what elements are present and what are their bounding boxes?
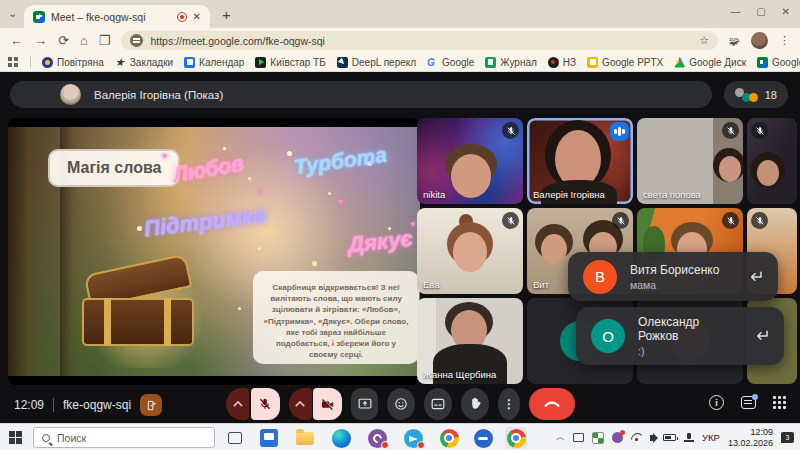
- join-notification[interactable]: O Олександр Рожков :): [576, 307, 784, 365]
- edge-button[interactable]: [330, 427, 352, 449]
- participants-pill[interactable]: 18: [724, 81, 788, 108]
- bookmark-zhurnal[interactable]: Журнал: [485, 57, 537, 68]
- call-controls: ⋮: [226, 388, 575, 420]
- slide-word-turbota: Турбота: [293, 143, 388, 180]
- notification-badge: [381, 441, 389, 449]
- slide-body-text: Скарбниця відкривається! З неї вилітають…: [253, 271, 419, 364]
- reactions-button[interactable]: [387, 388, 415, 420]
- tray-app-icon[interactable]: [592, 432, 604, 444]
- viber-button[interactable]: [366, 427, 388, 449]
- site-permissions-icon[interactable]: [130, 34, 143, 47]
- bookmark-deepl[interactable]: DeepL перекл: [337, 57, 416, 68]
- video-tile-zhanna[interactable]: Жанна Щербина: [417, 298, 523, 384]
- taskbar-app-circle[interactable]: [472, 427, 494, 449]
- bookmark-kyivstar-tb[interactable]: Київстар ТБ: [255, 57, 325, 68]
- slide-word-dyakuie: Дякує: [347, 226, 414, 259]
- tile-name: Жанна Щербина: [423, 369, 496, 380]
- bookmark-calendar[interactable]: Календар: [184, 57, 244, 68]
- forward-icon[interactable]: →: [34, 33, 47, 48]
- url-bar[interactable]: https://meet.google.com/fke-oqgw-sqi ☆: [121, 31, 718, 50]
- browser-tab[interactable]: Meet – fke-oqgw-sqi ✕: [24, 5, 210, 28]
- camera-options-chevron[interactable]: [289, 388, 312, 420]
- wifi-icon[interactable]: [631, 433, 642, 442]
- reload-icon[interactable]: ⟳: [58, 33, 69, 48]
- activities-button[interactable]: [773, 396, 786, 409]
- chrome-active-button[interactable]: [505, 427, 527, 449]
- taskbar-clock[interactable]: 12:09 13.02.2026: [728, 427, 773, 449]
- end-call-button[interactable]: [529, 388, 575, 420]
- meeting-code: fke-oqgw-sqi: [63, 398, 131, 412]
- bookmark-povitryana[interactable]: Повітряна: [42, 57, 104, 68]
- tab-search-chevron-icon[interactable]: ⌄: [8, 7, 17, 20]
- mic-off-icon: [502, 212, 519, 229]
- reply-arrow-icon[interactable]: [747, 270, 763, 284]
- apps-grid-icon[interactable]: [8, 57, 19, 68]
- heart-decor: ♥: [410, 219, 415, 229]
- bookmark-google[interactable]: GGoogle: [427, 57, 474, 68]
- chest-band: [104, 298, 111, 346]
- chrome-button[interactable]: [438, 427, 460, 449]
- bookmark-google-pptx[interactable]: Google PPTX: [587, 57, 663, 68]
- action-center-icon[interactable]: 3: [781, 432, 794, 443]
- divider: [53, 398, 54, 412]
- browser-menu-icon[interactable]: ⋮: [779, 34, 790, 47]
- more-options-button[interactable]: ⋮: [498, 388, 520, 420]
- bookmark-google-meet[interactable]: Google Meet: [757, 57, 800, 68]
- video-tile-eva[interactable]: Ева: [417, 208, 523, 294]
- slide-word-lyubov: Любов: [171, 151, 245, 187]
- mic-off-button[interactable]: [251, 388, 280, 420]
- bookmark-nz[interactable]: НЗ: [548, 57, 576, 68]
- tray-viber-icon[interactable]: [612, 432, 623, 443]
- profile-avatar[interactable]: [751, 32, 768, 49]
- volume-icon[interactable]: [650, 435, 655, 441]
- notification-badge: [417, 441, 425, 449]
- minimize-button[interactable]: —: [730, 6, 740, 17]
- reading-list-icon[interactable]: ❐: [99, 33, 111, 48]
- presentation-tile[interactable]: Магія слова Любов Турбота Підтримка Дяку…: [8, 118, 420, 385]
- viber-icon: [368, 429, 387, 448]
- captions-button[interactable]: [424, 388, 452, 420]
- battery-icon[interactable]: [663, 434, 676, 441]
- chat-button[interactable]: [741, 396, 756, 409]
- tab-close-icon[interactable]: ✕: [193, 11, 201, 22]
- close-button[interactable]: ✕: [782, 6, 790, 17]
- extensions-icon[interactable]: 🧩︎: [729, 35, 740, 47]
- maximize-button[interactable]: ▢: [756, 6, 765, 17]
- reply-arrow-icon[interactable]: [753, 329, 769, 343]
- raise-hand-button[interactable]: [461, 388, 489, 420]
- back-icon[interactable]: ←: [10, 33, 23, 48]
- taskbar-search[interactable]: Поиск: [33, 427, 215, 448]
- task-view-button[interactable]: [224, 427, 246, 449]
- info-button[interactable]: i: [709, 395, 724, 410]
- video-tile-sveta[interactable]: света попова: [637, 118, 743, 204]
- present-screen-button[interactable]: [351, 388, 378, 420]
- telegram-button[interactable]: [402, 427, 424, 449]
- home-icon[interactable]: ⌂: [80, 33, 88, 48]
- new-tab-button[interactable]: +: [222, 6, 231, 23]
- file-explorer-button[interactable]: [294, 427, 316, 449]
- mic-options-chevron[interactable]: [226, 388, 249, 420]
- bookmark-star-icon[interactable]: ☆: [699, 34, 709, 47]
- bookmark-google-drive[interactable]: Google Диск: [674, 57, 746, 68]
- start-button[interactable]: [9, 431, 22, 444]
- tray-expand-chevron[interactable]: ︿: [556, 431, 565, 444]
- usb-icon[interactable]: [684, 433, 694, 442]
- video-tile-nikita[interactable]: nikita: [417, 118, 523, 204]
- video-tile-valeriya[interactable]: Валерія Ігорівна: [527, 118, 633, 204]
- language-indicator[interactable]: УКР: [702, 432, 720, 443]
- join-notification[interactable]: B Витя Борисенко мама: [568, 252, 778, 301]
- person-figure: [719, 156, 741, 182]
- camera-off-button[interactable]: [313, 388, 342, 420]
- chrome-icon: [440, 429, 459, 448]
- notification-avatar: B: [583, 260, 617, 294]
- slides-icon: [587, 57, 598, 68]
- room-exit-badge[interactable]: [140, 394, 162, 416]
- heart-decor: ♥: [258, 187, 263, 197]
- tray-app-icon[interactable]: [573, 433, 584, 442]
- meet-control-bar: 12:09 fke-oqgw-sqi ⋮: [0, 385, 800, 423]
- person-figure: [451, 154, 491, 198]
- video-tile-partial[interactable]: [747, 118, 797, 204]
- bookmark-zakladky[interactable]: ★Закладки: [115, 57, 173, 68]
- taskbar-app-blue[interactable]: [258, 427, 280, 449]
- mic-off-icon: [502, 122, 519, 139]
